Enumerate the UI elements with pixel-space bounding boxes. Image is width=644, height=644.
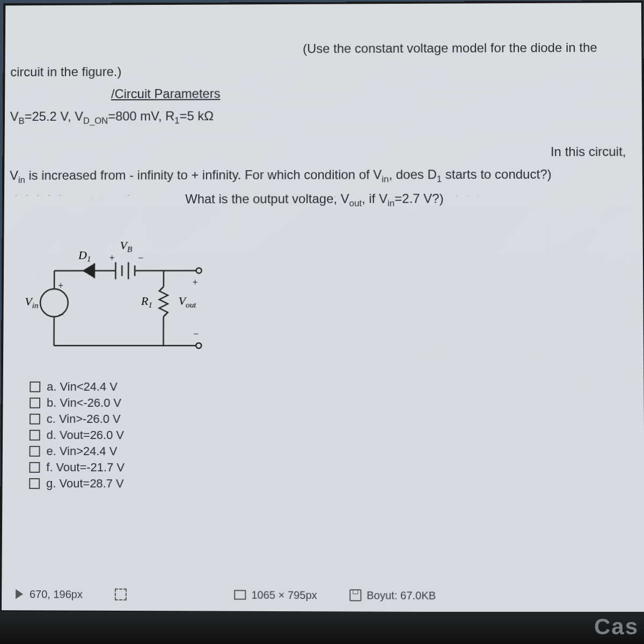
size-text: Boyut: 67.0KB bbox=[367, 589, 436, 602]
checkbox-icon[interactable] bbox=[29, 478, 40, 489]
checkbox-icon[interactable] bbox=[30, 446, 40, 457]
checkbox-icon[interactable] bbox=[30, 382, 40, 392]
svg-point-0 bbox=[40, 289, 68, 317]
label-vout: Vout bbox=[179, 294, 196, 310]
option-label: e. Vin>24.4 V bbox=[46, 444, 117, 458]
image-dimensions: 1065 × 795px bbox=[234, 589, 317, 602]
erasure-artifacts: - - - - - . . - . . . . . bbox=[14, 189, 632, 223]
label-vb-minus: − bbox=[138, 253, 143, 264]
label-vin-plus: + bbox=[58, 280, 63, 291]
label-d1: D1 bbox=[78, 248, 91, 264]
checkbox-icon[interactable] bbox=[30, 398, 40, 408]
option-b[interactable]: b. Vin<-26.0 V bbox=[30, 396, 125, 410]
file-size: Boyut: 67.0KB bbox=[349, 589, 436, 602]
selection-tool[interactable] bbox=[115, 589, 127, 601]
label-vout-minus: − bbox=[193, 328, 199, 340]
option-f[interactable]: f. Vout=-21.7 V bbox=[29, 460, 125, 474]
checkbox-icon[interactable] bbox=[30, 414, 40, 425]
monitor-brand: Cas bbox=[594, 614, 639, 640]
image-viewer-statusbar: 670, 196px 1065 × 795px Boyut: 67.0KB bbox=[4, 583, 643, 608]
option-d[interactable]: d. Vout=26.0 V bbox=[30, 428, 125, 442]
label-vin: Vin bbox=[25, 295, 38, 310]
option-c[interactable]: c. Vin>-26.0 V bbox=[30, 412, 125, 426]
cursor-position: 670, 196px bbox=[14, 588, 83, 601]
option-label: c. Vin>-26.0 V bbox=[47, 412, 121, 426]
dimensions-icon bbox=[234, 590, 246, 599]
svg-point-17 bbox=[196, 268, 202, 273]
label-vb-plus: + bbox=[109, 253, 115, 264]
checkbox-icon[interactable] bbox=[29, 462, 40, 473]
tail-right: In this circuit, bbox=[10, 142, 636, 163]
dimensions-text: 1065 × 795px bbox=[251, 589, 317, 602]
cursor-text: 670, 196px bbox=[30, 588, 83, 601]
disk-icon bbox=[349, 589, 361, 601]
checkbox-icon[interactable] bbox=[30, 430, 40, 441]
option-label: f. Vout=-21.7 V bbox=[46, 460, 125, 474]
option-g[interactable]: g. Vout=28.7 V bbox=[29, 477, 125, 491]
option-label: a. Vin<24.4 V bbox=[47, 380, 118, 394]
svg-point-19 bbox=[196, 343, 201, 348]
circuit-diagram: Vin + − D1 VB + − R1 Vout + − bbox=[25, 238, 217, 362]
cursor-icon bbox=[16, 589, 23, 599]
option-a[interactable]: a. Vin<24.4 V bbox=[30, 380, 125, 394]
label-vin-minus: − bbox=[58, 309, 64, 320]
monitor-bezel: Cas bbox=[0, 612, 644, 644]
params-heading: /Circuit Parameters bbox=[111, 86, 221, 101]
question-content: (Use the constant voltage model for the … bbox=[10, 35, 638, 214]
label-vb: VB bbox=[120, 239, 132, 254]
option-e[interactable]: e. Vin>24.4 V bbox=[30, 444, 125, 458]
option-label: b. Vin<-26.0 V bbox=[47, 396, 121, 410]
photographed-screen: (Use the constant voltage model for the … bbox=[0, 1, 644, 615]
question-1: Vin is increased from - infinity to + in… bbox=[10, 164, 637, 186]
answer-options: a. Vin<24.4 V b. Vin<-26.0 V c. Vin>-26.… bbox=[29, 378, 125, 493]
svg-marker-5 bbox=[84, 265, 94, 277]
label-vout-plus: + bbox=[193, 277, 198, 288]
option-label: d. Vout=26.0 V bbox=[47, 428, 125, 442]
label-r1: R1 bbox=[141, 294, 152, 310]
lead-right: (Use the constant voltage model for the … bbox=[10, 38, 636, 59]
option-label: g. Vout=28.7 V bbox=[46, 477, 124, 491]
params-line: VB=25.2 V, VD_ON=800 mV, R1=5 kΩ bbox=[10, 105, 637, 128]
lead-left: circuit in the figure.) bbox=[10, 60, 636, 82]
selection-icon bbox=[115, 589, 127, 601]
